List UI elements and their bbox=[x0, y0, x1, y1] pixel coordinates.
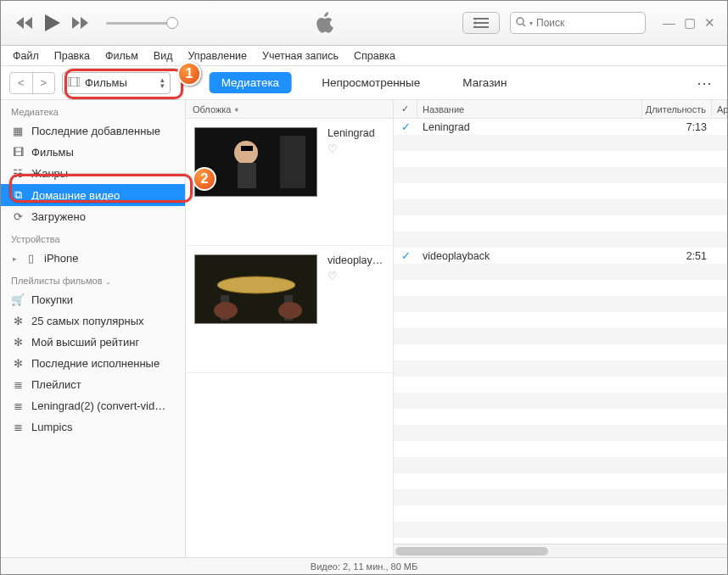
heart-icon[interactable]: ♡ bbox=[328, 142, 375, 155]
track-pane: ✓ Название Длительность Ар ✓ Leningrad 7… bbox=[394, 100, 727, 557]
sidebar: Медиатека ▦Последние добавленные 🎞Фильмы… bbox=[1, 100, 186, 557]
sidebar-item-genres[interactable]: ☷Жанры bbox=[1, 163, 185, 184]
menu-file[interactable]: Файл bbox=[8, 48, 44, 64]
sidebar-item-recent-played[interactable]: ✻Последние исполненные bbox=[1, 353, 185, 374]
playlist-icon: ≣ bbox=[11, 399, 25, 412]
sidebar-item-recent[interactable]: ▦Последние добавленные bbox=[1, 120, 185, 142]
sidebar-heading-library: Медиатека bbox=[1, 100, 185, 120]
cart-icon: 🛒 bbox=[11, 293, 25, 306]
volume-slider[interactable] bbox=[106, 22, 172, 25]
menu-help[interactable]: Справка bbox=[349, 48, 400, 64]
nav-forward-button[interactable]: > bbox=[33, 73, 55, 93]
album-pane: Обложка ♦ Leningrad ♡ bbox=[186, 100, 394, 557]
genres-icon: ☷ bbox=[11, 167, 25, 180]
svg-line-4 bbox=[523, 24, 525, 26]
track-header: ✓ Название Длительность Ар bbox=[394, 100, 727, 119]
prev-track-button[interactable] bbox=[16, 17, 33, 29]
col-extra[interactable]: Ар bbox=[712, 100, 727, 118]
check-icon[interactable]: ✓ bbox=[394, 249, 417, 262]
sidebar-item-home-videos[interactable]: ⧉Домашние видео bbox=[1, 184, 185, 206]
search-input[interactable] bbox=[536, 17, 640, 29]
svg-point-9 bbox=[234, 141, 258, 165]
close-button[interactable]: ✕ bbox=[704, 15, 715, 31]
sidebar-item-top-rated[interactable]: ✻Мой высший рейтинг bbox=[1, 332, 185, 353]
app-window: ▾ — ▢ ✕ Файл Правка Фильм Вид Управление… bbox=[0, 0, 728, 575]
sidebar-item-downloaded[interactable]: ⟳Загружено bbox=[1, 206, 185, 227]
heart-icon[interactable]: ♡ bbox=[328, 270, 383, 282]
svg-point-1 bbox=[474, 22, 477, 25]
callout-1: 1 bbox=[177, 62, 201, 86]
track-row[interactable]: ✓ Leningrad 7:13 bbox=[394, 119, 727, 135]
track-body: ✓ Leningrad 7:13 ✓ videoplayback 2:51 bbox=[394, 119, 727, 544]
gear-icon: ✻ bbox=[11, 357, 25, 370]
statusbar: Видео: 2, 11 мин., 80 МБ bbox=[1, 557, 727, 574]
col-name[interactable]: Название bbox=[417, 100, 642, 118]
track-name: videoplayback bbox=[417, 250, 642, 262]
menu-controls[interactable]: Управление bbox=[182, 48, 252, 64]
scrollbar-thumb[interactable] bbox=[395, 547, 548, 555]
playlist-icon: ≣ bbox=[11, 421, 25, 433]
menu-view[interactable]: Вид bbox=[148, 48, 178, 64]
category-dropdown[interactable]: Фильмы ▴▾ bbox=[62, 72, 171, 94]
svg-point-19 bbox=[278, 302, 302, 319]
col-duration[interactable]: Длительность bbox=[642, 100, 712, 118]
apple-logo-icon bbox=[188, 12, 462, 34]
svg-rect-11 bbox=[241, 146, 253, 151]
nav-back-button[interactable]: < bbox=[10, 73, 33, 93]
sidebar-item-top25[interactable]: ✻25 самых популярных bbox=[1, 310, 185, 332]
chevron-down-icon: ▾ bbox=[529, 20, 533, 27]
play-button[interactable] bbox=[45, 14, 60, 31]
updown-icon: ▴▾ bbox=[160, 77, 165, 89]
subbar: < > Фильмы ▴▾ Медиатека Непросмотренные … bbox=[1, 66, 727, 100]
album-title: Leningrad bbox=[328, 127, 375, 139]
sidebar-item-leningrad2[interactable]: ≣Leningrad(2) (convert-vid… bbox=[1, 395, 185, 416]
film-icon bbox=[68, 76, 80, 89]
callout-2: 2 bbox=[193, 167, 216, 191]
more-button[interactable]: ⋯ bbox=[697, 74, 719, 92]
volume-thumb[interactable] bbox=[166, 17, 178, 29]
svg-point-18 bbox=[214, 302, 238, 319]
category-label: Фильмы bbox=[85, 76, 127, 89]
video-thumbnail bbox=[194, 254, 317, 324]
list-view-button[interactable] bbox=[462, 12, 500, 34]
tab-unwatched[interactable]: Непросмотренные bbox=[310, 72, 432, 93]
sidebar-heading-devices: Устройства bbox=[1, 227, 185, 248]
album-row[interactable]: videoplay… ♡ bbox=[186, 246, 393, 373]
maximize-button[interactable]: ▢ bbox=[684, 15, 696, 31]
col-checked[interactable]: ✓ bbox=[394, 100, 417, 118]
menu-movie[interactable]: Фильм bbox=[100, 48, 143, 64]
sidebar-item-iphone[interactable]: ▸▯iPhone bbox=[1, 248, 185, 269]
search-icon bbox=[516, 17, 526, 30]
svg-point-0 bbox=[474, 18, 477, 20]
svg-rect-5 bbox=[68, 77, 80, 87]
track-row[interactable]: ✓ videoplayback 2:51 bbox=[394, 248, 727, 264]
menu-edit[interactable]: Правка bbox=[49, 48, 95, 64]
titlebar: ▾ — ▢ ✕ bbox=[1, 1, 727, 46]
track-duration: 7:13 bbox=[642, 121, 712, 133]
gear-icon: ✻ bbox=[11, 336, 25, 349]
menubar: Файл Правка Фильм Вид Управление Учетная… bbox=[1, 46, 727, 66]
menu-account[interactable]: Учетная запись bbox=[257, 48, 344, 64]
gear-icon: ✻ bbox=[11, 315, 25, 327]
album-header[interactable]: Обложка ♦ bbox=[186, 100, 393, 119]
chevron-down-icon[interactable]: ⌄ bbox=[105, 278, 111, 286]
download-icon: ⟳ bbox=[11, 210, 25, 223]
sidebar-item-purchases[interactable]: 🛒Покупки bbox=[1, 289, 185, 310]
phone-icon: ▯ bbox=[24, 252, 37, 265]
search-box[interactable]: ▾ bbox=[510, 12, 646, 34]
sidebar-item-playlist[interactable]: ≣Плейлист bbox=[1, 374, 185, 395]
sort-icon: ♦ bbox=[234, 105, 238, 114]
album-row[interactable]: Leningrad ♡ bbox=[186, 119, 393, 246]
next-track-button[interactable] bbox=[72, 17, 89, 29]
album-title: videoplay… bbox=[328, 254, 383, 266]
nav-history: < > bbox=[9, 72, 55, 94]
sidebar-item-lumpics[interactable]: ≣Lumpics bbox=[1, 416, 185, 438]
minimize-button[interactable]: — bbox=[663, 15, 675, 31]
sidebar-heading-playlists: Плейлисты фильмов ⌄ bbox=[1, 269, 185, 289]
tab-store[interactable]: Магазин bbox=[451, 72, 518, 93]
horizontal-scrollbar[interactable] bbox=[394, 544, 727, 557]
check-icon[interactable]: ✓ bbox=[394, 120, 417, 133]
tab-library[interactable]: Медиатека bbox=[210, 72, 292, 93]
sidebar-item-movies[interactable]: 🎞Фильмы bbox=[1, 142, 185, 163]
svg-point-3 bbox=[517, 18, 524, 25]
